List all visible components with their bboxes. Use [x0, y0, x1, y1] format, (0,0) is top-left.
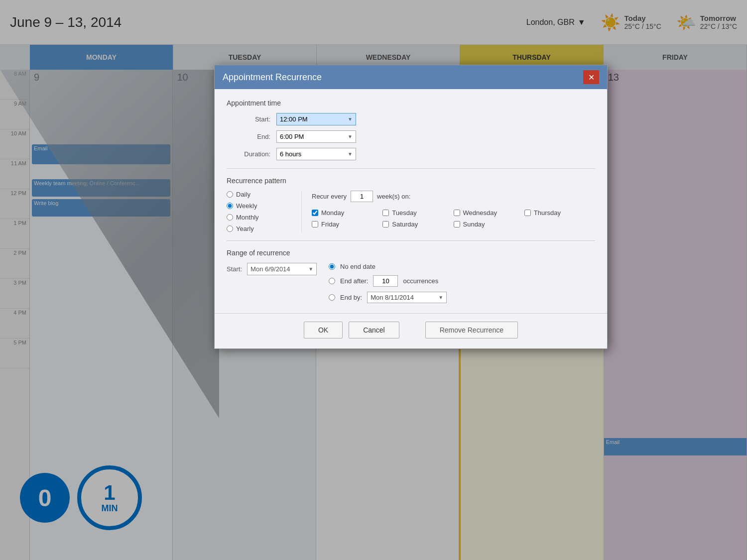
end-row: End: 6:00 PM ▼	[227, 130, 595, 143]
sunday-day-label: Sunday	[463, 221, 485, 228]
monthly-radio[interactable]	[227, 214, 233, 221]
weekly-option[interactable]: Weekly	[227, 202, 301, 210]
tuesday-checkbox[interactable]	[382, 210, 389, 216]
friday-day-label: Friday	[321, 221, 339, 228]
end-value: 6:00 PM	[280, 133, 304, 140]
end-after-label: End after:	[340, 277, 368, 285]
yearly-option[interactable]: Yearly	[227, 225, 301, 232]
end-by-label: End by:	[340, 294, 362, 301]
start-select-arrow: ▼	[348, 116, 353, 122]
no-end-option[interactable]: No end date	[329, 263, 447, 270]
end-select[interactable]: 6:00 PM ▼	[276, 130, 356, 143]
end-by-option[interactable]: End by: Mon 8/11/2014 ▼	[329, 292, 447, 303]
daily-radio[interactable]	[227, 191, 233, 198]
dialog-close-button[interactable]: ✕	[583, 70, 599, 84]
wednesday-checkbox[interactable]	[454, 210, 460, 216]
sunday-check[interactable]: Sunday	[454, 221, 524, 228]
range-section-title: Range of recurrence	[227, 249, 595, 257]
divider-1	[227, 168, 595, 169]
recurrence-pattern-title: Recurrence pattern	[227, 177, 595, 185]
dialog-footer: OK Cancel Remove Recurrence	[215, 313, 607, 348]
monday-day-label: Monday	[321, 209, 344, 217]
thursday-day-label: Thursday	[534, 209, 561, 217]
days-grid: Monday Tuesday Wednesday Thursday	[312, 209, 595, 228]
pattern-details: Recur every week(s) on: Monday Tuesday	[301, 191, 595, 232]
occurrences-label: occurrences	[403, 277, 438, 285]
occurrences-input[interactable]	[373, 275, 398, 287]
dialog-title: Appointment Recurrence	[223, 72, 322, 83]
end-by-arrow: ▼	[438, 295, 443, 300]
wednesday-day-label: Wednesday	[463, 209, 497, 217]
dialog-body: Appointment time Start: 12:00 PM ▼ End: …	[215, 89, 607, 313]
monthly-option[interactable]: Monthly	[227, 214, 301, 221]
range-start-arrow: ▼	[308, 266, 313, 272]
remove-recurrence-button[interactable]: Remove Recurrence	[425, 322, 518, 338]
friday-checkbox[interactable]	[312, 221, 318, 227]
end-select-arrow: ▼	[348, 134, 353, 139]
weekly-label: Weekly	[236, 202, 257, 210]
recurrence-pattern-section: Daily Weekly Monthly Yearly Recur	[227, 191, 595, 232]
end-by-radio[interactable]	[329, 294, 335, 301]
yearly-radio[interactable]	[227, 225, 233, 232]
saturday-checkbox[interactable]	[382, 221, 389, 227]
start-row: Start: 12:00 PM ▼	[227, 113, 595, 125]
thursday-check[interactable]: Thursday	[524, 209, 595, 217]
daily-option[interactable]: Daily	[227, 191, 301, 198]
dialog-titlebar: Appointment Recurrence ✕	[215, 65, 607, 89]
range-start-area: Start: Mon 6/9/2014 ▼	[227, 263, 317, 275]
divider-2	[227, 240, 595, 241]
recur-every-input[interactable]	[351, 191, 373, 202]
recur-suffix: week(s) on:	[377, 193, 410, 200]
range-start-label: Start:	[227, 265, 242, 273]
range-start-value: Mon 6/9/2014	[250, 265, 290, 273]
duration-label: Duration:	[227, 150, 276, 158]
end-label: End:	[227, 133, 276, 140]
appointment-time-section-title: Appointment time	[227, 99, 595, 107]
duration-select-arrow: ▼	[348, 151, 353, 157]
monday-checkbox[interactable]	[312, 210, 318, 216]
start-value: 12:00 PM	[280, 115, 308, 123]
pattern-types: Daily Weekly Monthly Yearly	[227, 191, 301, 232]
range-options: No end date End after: occurrences End b…	[329, 263, 447, 303]
wednesday-check[interactable]: Wednesday	[454, 209, 524, 217]
range-start-select[interactable]: Mon 6/9/2014 ▼	[247, 263, 317, 275]
tuesday-day-label: Tuesday	[392, 209, 416, 217]
monday-check[interactable]: Monday	[312, 209, 382, 217]
friday-check[interactable]: Friday	[312, 221, 382, 228]
no-end-label: No end date	[340, 263, 375, 270]
recur-label: Recur every	[312, 193, 347, 200]
sunday-checkbox[interactable]	[454, 221, 460, 227]
duration-value: 6 hours	[280, 150, 301, 158]
tuesday-check[interactable]: Tuesday	[382, 209, 453, 217]
no-end-radio[interactable]	[329, 263, 335, 270]
start-label: Start:	[227, 115, 276, 123]
cancel-button[interactable]: Cancel	[349, 322, 399, 338]
daily-label: Daily	[236, 191, 250, 198]
ok-button[interactable]: OK	[304, 322, 343, 338]
yearly-label: Yearly	[236, 225, 254, 232]
end-by-value: Mon 8/11/2014	[371, 294, 414, 301]
saturday-check[interactable]: Saturday	[382, 221, 453, 228]
saturday-day-label: Saturday	[392, 221, 418, 228]
recur-row: Recur every week(s) on:	[312, 191, 595, 202]
end-by-select[interactable]: Mon 8/11/2014 ▼	[367, 292, 447, 303]
thursday-checkbox[interactable]	[524, 210, 531, 216]
duration-select[interactable]: 6 hours ▼	[276, 148, 356, 160]
monthly-label: Monthly	[236, 214, 259, 221]
appointment-recurrence-dialog: Appointment Recurrence ✕ Appointment tim…	[214, 65, 608, 349]
end-after-option[interactable]: End after: occurrences	[329, 275, 447, 287]
weekly-radio[interactable]	[227, 203, 233, 209]
start-select[interactable]: 12:00 PM ▼	[276, 113, 356, 125]
end-after-radio[interactable]	[329, 278, 335, 284]
range-section: Start: Mon 6/9/2014 ▼ No end date End af…	[227, 263, 595, 303]
duration-row: Duration: 6 hours ▼	[227, 148, 595, 160]
